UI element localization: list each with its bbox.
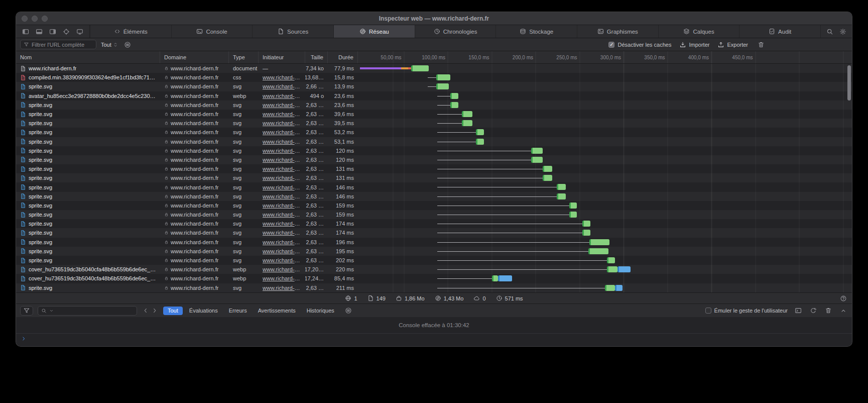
- reload-button[interactable]: [809, 306, 818, 316]
- tab-audit[interactable]: Audit: [739, 25, 820, 38]
- emulate-user-gesture-checkbox[interactable]: ✓ Émuler le geste de l'utilisateur: [705, 308, 788, 314]
- initiator-link[interactable]: www.richard-d…: [263, 203, 301, 209]
- request-row[interactable]: sprite.svgwww.richard-dern.frsvgwww.rich…: [16, 146, 852, 155]
- waterfall-lane[interactable]: [358, 164, 852, 173]
- waterfall-lane[interactable]: [358, 228, 852, 237]
- request-row[interactable]: cover_hu736519dc3b5040cfa48b6b559b6de6ec…: [16, 265, 852, 274]
- waterfall-lane[interactable]: [358, 173, 852, 182]
- waterfall-lane[interactable]: [358, 73, 852, 82]
- waterfall-lane[interactable]: [358, 274, 852, 283]
- request-row[interactable]: sprite.svgwww.richard-dern.frsvgwww.rich…: [16, 238, 852, 247]
- initiator-link[interactable]: www.richard-d…: [263, 129, 301, 135]
- clear-console-button[interactable]: [824, 306, 833, 316]
- dock-bottom-button[interactable]: [34, 27, 44, 37]
- column-header-duree[interactable]: Durée: [328, 51, 358, 63]
- request-row[interactable]: sprite.svgwww.richard-dern.frsvgwww.rich…: [16, 210, 852, 219]
- column-header-taille[interactable]: Taille: [305, 51, 328, 63]
- request-row[interactable]: sprite.svgwww.richard-dern.frsvgwww.rich…: [16, 182, 852, 191]
- dock-left-button[interactable]: [21, 27, 31, 37]
- clear-network-button[interactable]: [756, 40, 766, 50]
- search-button[interactable]: [825, 27, 835, 37]
- request-row[interactable]: sprite.svgwww.richard-dern.frsvgwww.rich…: [16, 164, 852, 173]
- resource-scope-select[interactable]: Tout: [101, 42, 118, 48]
- initiator-link[interactable]: www.richard-d…: [263, 275, 301, 281]
- request-row[interactable]: avatar_hu85ecc3e298728880b0bde2dcc4e5c23…: [16, 91, 852, 100]
- close-window-button[interactable]: [22, 16, 28, 22]
- initiator-link[interactable]: www.richard-d…: [263, 257, 301, 263]
- device-settings-button[interactable]: [75, 27, 85, 37]
- export-button[interactable]: Exporter: [717, 41, 748, 48]
- waterfall-lane[interactable]: [358, 128, 852, 137]
- request-row[interactable]: sprite.svgwww.richard-dern.frsvgwww.rich…: [16, 128, 852, 137]
- settings-button[interactable]: [838, 27, 848, 37]
- initiator-link[interactable]: www.richard-d…: [263, 93, 301, 99]
- console-tab-erreurs[interactable]: Erreurs: [224, 307, 252, 315]
- request-row[interactable]: sprite.svgwww.richard-dern.frsvgwww.rich…: [16, 228, 852, 237]
- request-row[interactable]: sprite.svgwww.richard-dern.frsvgwww.rich…: [16, 256, 852, 265]
- tab-calques[interactable]: Calques: [658, 25, 739, 38]
- request-row[interactable]: sprite.svgwww.richard-dern.frsvgwww.rich…: [16, 219, 852, 228]
- waterfall-lane[interactable]: [358, 91, 852, 100]
- waterfall-lane[interactable]: [358, 283, 852, 292]
- initiator-link[interactable]: www.richard-d…: [263, 175, 301, 181]
- minimize-window-button[interactable]: [32, 16, 38, 22]
- tab-console[interactable]: Console: [171, 25, 253, 38]
- timeline-header[interactable]: 50,00 ms100,00 ms150,0 ms200,0 ms250,0 m…: [358, 51, 852, 63]
- initiator-link[interactable]: www.richard-d…: [263, 74, 301, 80]
- initiator-link[interactable]: www.richard-d…: [263, 83, 301, 89]
- initiator-link[interactable]: www.richard-d…: [263, 102, 301, 108]
- dock-right-button[interactable]: [48, 27, 58, 37]
- initiator-link[interactable]: www.richard-d…: [263, 212, 301, 218]
- tab-sources[interactable]: Sources: [252, 25, 333, 38]
- initiator-link[interactable]: www.richard-d…: [263, 221, 301, 227]
- initiator-link[interactable]: www.richard-d…: [263, 139, 301, 145]
- waterfall-lane[interactable]: [358, 192, 852, 201]
- request-row[interactable]: sprite.svgwww.richard-dern.frsvgwww.rich…: [16, 137, 852, 146]
- request-row[interactable]: sprite.svgwww.richard-dern.frsvgwww.rich…: [16, 82, 852, 91]
- console-tab-historiques[interactable]: Historiques: [302, 307, 339, 315]
- console-scope-button[interactable]: [343, 306, 353, 316]
- initiator-link[interactable]: www.richard-d…: [263, 157, 301, 163]
- zoom-window-button[interactable]: [42, 16, 48, 22]
- console-prompt[interactable]: [16, 334, 852, 344]
- tab-stockage[interactable]: Stockage: [495, 25, 577, 38]
- waterfall-lane[interactable]: [358, 155, 852, 164]
- tab-reseau[interactable]: Réseau: [333, 25, 415, 38]
- waterfall-lane[interactable]: [358, 219, 852, 228]
- request-row[interactable]: www.richard-dern.frwww.richard-dern.frdo…: [16, 64, 852, 73]
- request-row[interactable]: sprite.svgwww.richard-dern.frsvgwww.rich…: [16, 155, 852, 164]
- tab-graphismes[interactable]: Graphismes: [577, 25, 658, 38]
- waterfall-lane[interactable]: [358, 256, 852, 265]
- initiator-link[interactable]: www.richard-d…: [263, 248, 301, 254]
- initiator-link[interactable]: www.richard-d…: [263, 266, 301, 272]
- request-row[interactable]: sprite.svgwww.richard-dern.frsvgwww.rich…: [16, 110, 852, 119]
- help-button[interactable]: [838, 293, 848, 304]
- waterfall-lane[interactable]: [358, 265, 852, 274]
- initiator-link[interactable]: www.richard-d…: [263, 193, 301, 199]
- request-row[interactable]: sprite.svgwww.richard-dern.frsvgwww.rich…: [16, 283, 852, 292]
- initiator-link[interactable]: www.richard-d…: [263, 148, 301, 154]
- url-filter-input[interactable]: [32, 42, 93, 48]
- disable-caches-checkbox[interactable]: ✓ Désactiver les caches: [608, 42, 671, 48]
- request-row[interactable]: compiled.min.38390909f303624ed9e1cf1bd3f…: [16, 73, 852, 82]
- collapse-console-button[interactable]: [839, 306, 848, 316]
- initiator-link[interactable]: www.richard-d…: [263, 230, 301, 236]
- request-row[interactable]: sprite.svgwww.richard-dern.frsvgwww.rich…: [16, 192, 852, 201]
- request-row[interactable]: sprite.svgwww.richard-dern.frsvgwww.rich…: [16, 119, 852, 128]
- initiator-link[interactable]: www.richard-d…: [263, 120, 301, 126]
- console-tab-avertissements[interactable]: Avertissements: [254, 307, 300, 315]
- initiator-link[interactable]: www.richard-d…: [263, 111, 301, 117]
- console-tab-tout[interactable]: Tout: [163, 307, 183, 315]
- waterfall-lane[interactable]: [358, 238, 852, 247]
- waterfall-lane[interactable]: [358, 82, 852, 91]
- initiator-link[interactable]: www.richard-d…: [263, 184, 301, 190]
- waterfall-lane[interactable]: [358, 201, 852, 210]
- request-row[interactable]: sprite.svgwww.richard-dern.frsvgwww.rich…: [16, 201, 852, 210]
- waterfall-lane[interactable]: [358, 119, 852, 128]
- initiator-link[interactable]: www.richard-d…: [263, 239, 301, 245]
- detail-view-button[interactable]: [122, 40, 133, 50]
- column-header-initiateur[interactable]: Initiateur: [259, 51, 305, 63]
- console-search-input[interactable]: [56, 308, 134, 314]
- url-filter-field[interactable]: [20, 40, 96, 49]
- initiator-link[interactable]: www.richard-d…: [263, 166, 301, 172]
